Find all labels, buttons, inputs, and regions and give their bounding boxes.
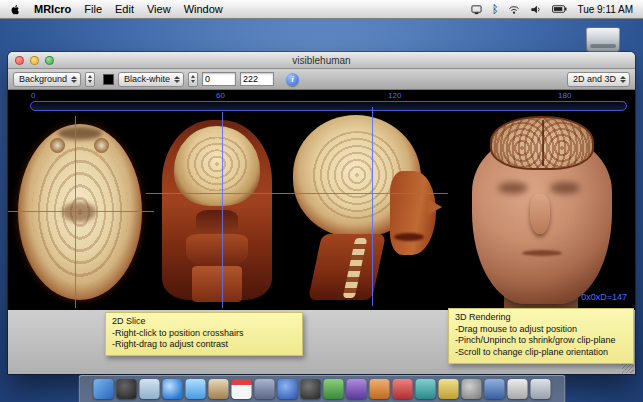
mricro-window: visiblehuman Background Black-white i 2D… bbox=[8, 52, 635, 374]
colormap-dropdown-label: Black-white bbox=[124, 74, 170, 84]
dropdown-arrows-icon bbox=[620, 76, 626, 83]
colormap-dropdown[interactable]: Black-white bbox=[118, 72, 184, 87]
close-button[interactable] bbox=[15, 56, 24, 65]
note-title: 2D Slice bbox=[112, 316, 296, 328]
app-menu-mricro[interactable]: MRIcro bbox=[34, 3, 71, 15]
dock-icon-keynote[interactable] bbox=[461, 379, 481, 399]
slider-tick: 60 bbox=[216, 91, 225, 100]
info-button[interactable]: i bbox=[286, 73, 299, 86]
axial-slice-image[interactable] bbox=[12, 122, 148, 302]
dock-icon-ical[interactable] bbox=[231, 379, 251, 399]
colormap-stepper[interactable] bbox=[188, 72, 198, 87]
airport-icon[interactable] bbox=[508, 0, 520, 19]
dock-icon-finder[interactable] bbox=[93, 379, 113, 399]
dock-icon-idvd[interactable] bbox=[369, 379, 389, 399]
dock-icon-ichat[interactable] bbox=[185, 379, 205, 399]
dock-icon-imovie[interactable] bbox=[346, 379, 366, 399]
crosshair-horizontal bbox=[8, 211, 154, 212]
annotation-note-2d-slice: 2D Slice -Right-click to position crossh… bbox=[105, 312, 303, 356]
coronal-slice-image[interactable] bbox=[152, 118, 282, 302]
battery-icon[interactable] bbox=[552, 0, 567, 19]
dock-icon-address-book[interactable] bbox=[208, 379, 228, 399]
orbit-left bbox=[50, 138, 65, 153]
info-icon: i bbox=[291, 74, 294, 84]
min-intensity-field[interactable] bbox=[202, 72, 236, 86]
dock-icon-photo-booth[interactable] bbox=[300, 379, 320, 399]
note-line: -Scroll to change clip-plane orientation bbox=[455, 347, 627, 359]
menu-edit[interactable]: Edit bbox=[115, 3, 134, 15]
crosshair-horizontal bbox=[281, 193, 448, 194]
dock-icon-mail[interactable] bbox=[139, 379, 159, 399]
toolbar: Background Black-white i 2D and 3D bbox=[8, 69, 635, 90]
menu-view[interactable]: View bbox=[147, 3, 171, 15]
dock-icon-terminal[interactable] bbox=[484, 379, 504, 399]
menu-bar-clock[interactable]: Tue 9:11 AM bbox=[577, 4, 633, 15]
dock-icon-dashboard[interactable] bbox=[116, 379, 136, 399]
menu-file[interactable]: File bbox=[84, 3, 102, 15]
hard-drive-icon bbox=[586, 27, 620, 52]
dock-icon-garageband[interactable] bbox=[323, 379, 343, 399]
annotation-note-3d-rendering: 3D Rendering -Drag mouse to adjust posit… bbox=[448, 308, 634, 364]
dock bbox=[78, 375, 565, 402]
dock-icon-itunes[interactable] bbox=[277, 379, 297, 399]
slider-tick: 120 bbox=[388, 91, 401, 100]
crosshair-vertical bbox=[75, 116, 76, 308]
coordinate-readout: 0x0xD=147 bbox=[581, 292, 627, 302]
orbit-right bbox=[94, 138, 109, 153]
note-line: -Pinch/Unpinch to shrink/grow clip-plane bbox=[455, 335, 627, 347]
dock-icon-numbers[interactable] bbox=[438, 379, 458, 399]
crosshair-vertical bbox=[222, 112, 223, 308]
ventricles bbox=[62, 202, 96, 222]
title-bar[interactable]: visiblehuman bbox=[8, 52, 635, 69]
dropdown-arrows-icon bbox=[71, 76, 77, 83]
view-mode-label: 2D and 3D bbox=[573, 74, 616, 84]
window-title: visiblehuman bbox=[292, 55, 350, 66]
note-title: 3D Rendering bbox=[455, 312, 627, 324]
menu-window[interactable]: Window bbox=[184, 3, 223, 15]
dropdown-arrows-icon bbox=[174, 76, 180, 83]
note-line: -Right-click to position crosshairs bbox=[112, 328, 296, 340]
volume-icon[interactable] bbox=[530, 0, 542, 19]
display-icon[interactable] bbox=[471, 0, 482, 19]
3d-rendering-image[interactable] bbox=[446, 108, 635, 310]
apple-menu[interactable] bbox=[10, 0, 21, 19]
image-viewport: 0 60 120 180 bbox=[8, 90, 635, 310]
crosshair-vertical bbox=[372, 107, 373, 306]
slider-tick: 0 bbox=[31, 91, 35, 100]
color-swatch[interactable] bbox=[103, 74, 114, 85]
note-line: -Drag mouse to adjust position bbox=[455, 324, 627, 336]
crosshair-horizontal bbox=[146, 193, 288, 194]
note-line: -Right-drag to adjust contrast bbox=[112, 339, 296, 351]
dock-icon-pages[interactable] bbox=[415, 379, 435, 399]
dock-icon-system-preferences[interactable] bbox=[507, 379, 527, 399]
minimize-button[interactable] bbox=[30, 56, 39, 65]
max-intensity-field[interactable] bbox=[240, 72, 274, 86]
clipped-brain bbox=[490, 116, 594, 170]
menu-bar: MRIcro File Edit View Window ᛒ Tue 9:11 … bbox=[0, 0, 643, 19]
background-dropdown-label: Background bbox=[19, 74, 67, 84]
nose-profile bbox=[428, 199, 442, 215]
dock-icon-safari[interactable] bbox=[162, 379, 182, 399]
dock-icon-preview[interactable] bbox=[254, 379, 274, 399]
background-dropdown[interactable]: Background bbox=[13, 72, 81, 87]
view-mode-dropdown[interactable]: 2D and 3D bbox=[567, 72, 630, 87]
dock-icon-trash[interactable] bbox=[530, 379, 550, 399]
slider-tick: 180 bbox=[558, 91, 571, 100]
sagittal-slice-image[interactable] bbox=[287, 113, 442, 300]
zoom-button[interactable] bbox=[45, 56, 54, 65]
bluetooth-icon[interactable]: ᛒ bbox=[492, 0, 499, 19]
background-stepper[interactable] bbox=[85, 72, 95, 87]
apple-icon bbox=[10, 3, 21, 16]
dock-icon-iphoto[interactable] bbox=[392, 379, 412, 399]
